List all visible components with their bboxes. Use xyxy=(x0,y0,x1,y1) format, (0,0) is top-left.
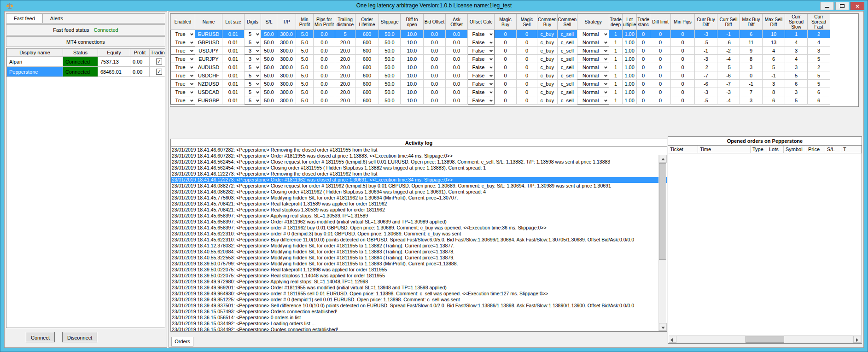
log-line[interactable]: 23/01/2019 18.36.15.034492: <Pepperstone… xyxy=(171,321,667,327)
grid-cell[interactable]: 0.0 xyxy=(424,55,446,63)
connect-button[interactable]: Connect xyxy=(26,332,55,342)
grid-cell-dropdown[interactable]: False xyxy=(468,63,495,71)
grid-cell[interactable]: 300.0 xyxy=(277,88,296,96)
grid-cell[interactable]: 0.0 xyxy=(446,80,468,88)
grid-cell[interactable]: 50.0 xyxy=(261,38,277,47)
grid-cell[interactable]: 0 xyxy=(740,71,763,80)
grid-cell[interactable]: 600 xyxy=(355,63,379,71)
grid-cell[interactable]: c_buy xyxy=(537,88,558,96)
grid-cell-dropdown[interactable]: Normal xyxy=(577,71,609,80)
grid-cell[interactable]: 50.0 xyxy=(261,30,277,38)
grid-cell[interactable]: 20.0 xyxy=(335,80,355,88)
grid-cell[interactable]: 10.0 xyxy=(401,63,424,71)
grid-column-header[interactable]: S/L xyxy=(261,14,277,30)
grid-cell[interactable]: 0 xyxy=(650,30,671,38)
grid-column-header[interactable]: Min Pips xyxy=(671,14,695,30)
grid-cell[interactable]: 0.0 xyxy=(314,88,335,96)
log-line[interactable]: 23/01/2019 18.41.46.086282: <Pepperstone… xyxy=(171,189,667,195)
grid-cell[interactable]: 0 xyxy=(671,55,695,63)
orders-column-header[interactable]: Lots xyxy=(767,146,784,153)
symbol-row[interactable]: TrueUSDJPY0.01350.0300.05.00.020.060050.… xyxy=(171,47,830,55)
grid-column-header[interactable]: Enabled xyxy=(171,14,195,30)
grid-cell[interactable]: 0.0 xyxy=(446,30,468,38)
grid-cell[interactable]: 0 xyxy=(517,55,537,63)
grid-cell[interactable]: 0 xyxy=(517,80,537,88)
grid-cell[interactable]: 3 xyxy=(763,80,785,88)
trading-checkbox[interactable]: ✓ xyxy=(156,59,162,65)
grid-cell[interactable]: 0.01 xyxy=(222,55,245,63)
grid-cell[interactable]: 1.00 xyxy=(622,55,636,63)
grid-cell[interactable]: 1 xyxy=(609,30,623,38)
tab-orders[interactable]: Orders xyxy=(171,337,193,346)
grid-cell[interactable]: 1 xyxy=(609,71,623,80)
grid-cell-dropdown[interactable]: Normal xyxy=(577,88,609,96)
symbol-row[interactable]: TrueUSDCAD0.01550.0300.05.00.020.060050.… xyxy=(171,88,830,96)
grid-cell[interactable]: 10.0 xyxy=(401,80,424,88)
grid-column-header[interactable]: Lot size xyxy=(222,14,245,30)
grid-cell[interactable]: 0 xyxy=(495,88,517,96)
grid-cell[interactable]: 0 xyxy=(637,30,650,38)
grid-cell-dropdown[interactable]: False xyxy=(468,96,495,105)
log-line[interactable]: 23/01/2019 18.39.50.022075: <Pepperstone… xyxy=(171,267,667,273)
grid-cell[interactable]: 2 xyxy=(808,30,830,38)
grid-column-header[interactable]: Magic Buy xyxy=(495,14,517,30)
grid-cell[interactable]: 50.0 xyxy=(261,71,277,80)
grid-cell[interactable]: 4 xyxy=(785,55,808,63)
log-line[interactable]: 23/01/2019 18.39.49.969201: <Pepperstone… xyxy=(171,285,667,291)
grid-column-header[interactable]: Trade stanc xyxy=(637,14,650,30)
grid-cell[interactable]: 0.0 xyxy=(314,47,335,55)
grid-cell[interactable]: 0.01 xyxy=(222,30,245,38)
maximize-button[interactable] xyxy=(835,2,849,10)
grid-cell[interactable]: 4 xyxy=(785,38,808,47)
grid-cell[interactable]: 6 xyxy=(785,80,808,88)
grid-cell[interactable]: c_buy xyxy=(537,71,558,80)
grid-cell[interactable]: 600 xyxy=(355,71,379,80)
grid-cell-dropdown[interactable]: False xyxy=(468,30,495,38)
grid-cell-dropdown[interactable]: 5 xyxy=(245,38,261,47)
grid-cell-dropdown[interactable]: Normal xyxy=(577,38,609,47)
grid-cell[interactable]: 7 xyxy=(740,88,763,96)
grid-cell[interactable]: c_buy xyxy=(537,80,558,88)
grid-cell-dropdown[interactable]: Normal xyxy=(577,96,609,105)
grid-cell[interactable]: 50.0 xyxy=(379,47,401,55)
grid-cell[interactable]: c_buy xyxy=(537,47,558,55)
grid-cell-dropdown[interactable]: True xyxy=(171,88,195,96)
grid-cell[interactable]: 50.0 xyxy=(379,63,401,71)
grid-cell[interactable]: 0.01 xyxy=(222,38,245,47)
grid-cell[interactable]: 1.00 xyxy=(622,88,636,96)
grid-cell[interactable]: c_sell xyxy=(557,63,577,71)
grid-cell[interactable]: 300.0 xyxy=(277,80,296,88)
grid-cell-dropdown[interactable]: Normal xyxy=(577,63,609,71)
grid-cell[interactable]: -7 xyxy=(695,71,717,80)
grid-cell[interactable]: -2 xyxy=(695,63,717,71)
disconnect-button[interactable]: Disconnect xyxy=(62,332,97,342)
symbol-row[interactable]: TrueUSDCHF0.01550.0300.05.00.020.060050.… xyxy=(171,71,830,80)
grid-cell[interactable]: -6 xyxy=(717,71,740,80)
grid-cell[interactable]: 1.00 xyxy=(622,47,636,55)
grid-cell[interactable]: 0 xyxy=(517,47,537,55)
log-line[interactable]: 23/01/2019 18.40.55.322553: <Pepperstone… xyxy=(171,255,667,261)
grid-cell[interactable]: -5 xyxy=(695,96,717,105)
grid-cell[interactable]: 5.0 xyxy=(296,47,314,55)
log-line[interactable]: 23/01/2019 18.41.46.607282: <Pepperstone… xyxy=(171,153,667,159)
grid-column-header[interactable]: Trade deep xyxy=(609,14,623,30)
grid-cell[interactable]: c_buy xyxy=(537,63,558,71)
orders-column-header[interactable]: Symbol xyxy=(784,146,806,153)
grid-cell[interactable]: 0.0 xyxy=(424,96,446,105)
log-line[interactable]: 23/01/2019 18.41.46.562454: <Pepperstone… xyxy=(171,165,667,171)
grid-cell[interactable]: c_buy xyxy=(537,96,558,105)
grid-cell[interactable]: 0 xyxy=(495,63,517,71)
grid-cell[interactable]: 0 xyxy=(637,88,650,96)
grid-cell[interactable]: 0.01 xyxy=(222,63,245,71)
grid-cell[interactable]: 0 xyxy=(517,38,537,47)
grid-cell[interactable]: 20.0 xyxy=(335,38,355,47)
log-line[interactable]: 23/01/2019 18.39.49.837501: <Pepperstone… xyxy=(171,303,667,309)
symbol-row[interactable]: TrueEURGBP0.01550.0300.05.00.020.060050.… xyxy=(171,96,830,105)
orders-column-header[interactable]: Ticket xyxy=(668,146,698,153)
grid-cell-dropdown[interactable]: False xyxy=(468,38,495,47)
grid-cell[interactable]: 300.0 xyxy=(277,38,296,47)
grid-cell[interactable]: 0 xyxy=(495,55,517,63)
grid-cell[interactable]: 6 xyxy=(808,96,830,105)
grid-cell[interactable]: 6 xyxy=(740,30,763,38)
grid-cell[interactable]: 0 xyxy=(650,55,671,63)
